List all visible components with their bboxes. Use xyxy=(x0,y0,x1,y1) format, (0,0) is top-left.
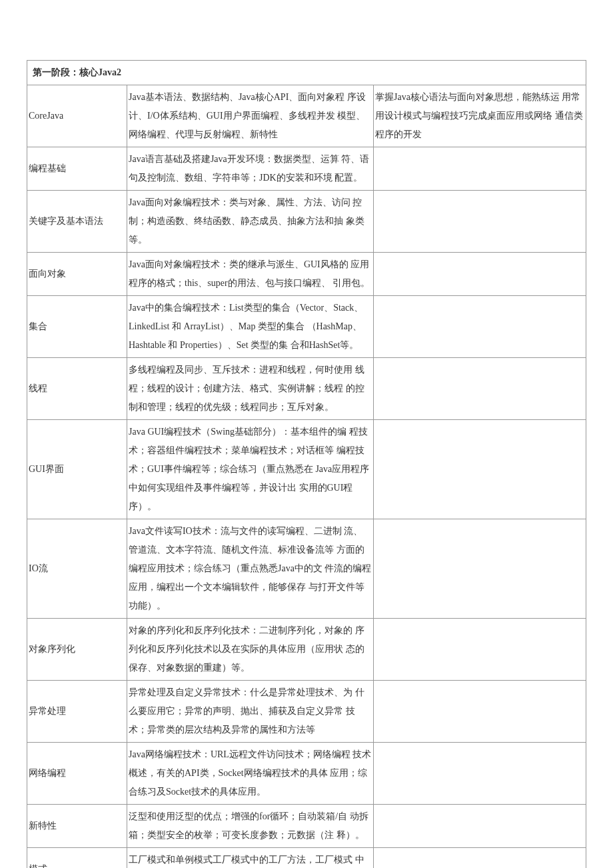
objective-cell xyxy=(374,805,586,848)
topic-cell: 线程 xyxy=(27,358,127,420)
table-row: IO流Java文件读写IO技术：流与文件的读写编程、二进制 流、管道流、文本字符… xyxy=(27,519,586,619)
content-cell: Java语言基础及搭建Java开发环境：数据类型、运算 符、语句及控制流、数组、… xyxy=(127,147,374,191)
table-row: 新特性泛型和使用泛型的优点；增强的for循环；自动装箱/自 动拆箱；类型安全的枚… xyxy=(27,805,586,848)
objective-cell: 掌握Java核心语法与面向对象思想，能熟练运 用常用设计模式与编程技巧完成桌面应… xyxy=(374,85,586,147)
table-header-row: 第一阶段：核心Java2 xyxy=(27,61,586,85)
content-cell: Java文件读写IO技术：流与文件的读写编程、二进制 流、管道流、文本字符流、随… xyxy=(127,519,374,619)
table-row: 异常处理异常处理及自定义异常技术：什么是异常处理技术、为 什么要应用它；异常的声… xyxy=(27,681,586,743)
objective-cell xyxy=(374,743,586,805)
content-cell: Java面向对象编程技术：类与对象、属性、方法、访问 控制；构造函数、终结函数、… xyxy=(127,191,374,253)
objective-cell xyxy=(374,296,586,358)
objective-cell xyxy=(374,848,586,869)
topic-cell: 异常处理 xyxy=(27,681,127,743)
table-row: 面向对象Java面向对象编程技术：类的继承与派生、GUI风格的 应用程序的格式；… xyxy=(27,253,586,296)
topic-cell: 集合 xyxy=(27,296,127,358)
content-cell: Java中的集合编程技术：List类型的集合（Vector、Stack、Link… xyxy=(127,296,374,358)
objective-cell xyxy=(374,147,586,191)
content-cell: 工厂模式和单例模式工厂模式中的工厂方法，工厂模式 中的抽象工厂，工厂模式的主要的… xyxy=(127,848,374,869)
table-row: CoreJavaJava基本语法、数据结构、Java核心API、面向对象程 序设… xyxy=(27,85,586,147)
topic-cell: 关键字及基本语法 xyxy=(27,191,127,253)
content-cell: Java GUI编程技术（Swing基础部分）：基本组件的编 程技术；容器组件编… xyxy=(127,420,374,519)
content-cell: 异常处理及自定义异常技术：什么是异常处理技术、为 什么要应用它；异常的声明、抛出… xyxy=(127,681,374,743)
topic-cell: CoreJava xyxy=(27,85,127,147)
table-row: 网络编程Java网络编程技术：URL远程文件访问技术；网络编程 技术概述，有关的… xyxy=(27,743,586,805)
table-row: GUI界面Java GUI编程技术（Swing基础部分）：基本组件的编 程技术；… xyxy=(27,420,586,519)
objective-cell xyxy=(374,191,586,253)
table-row: 编程基础Java语言基础及搭建Java开发环境：数据类型、运算 符、语句及控制流… xyxy=(27,147,586,191)
topic-cell: 编程基础 xyxy=(27,147,127,191)
table-row: 对象序列化对象的序列化和反序列化技术：二进制序列化，对象的 序列化和反序列化技术… xyxy=(27,619,586,681)
topic-cell: IO流 xyxy=(27,519,127,619)
objective-cell xyxy=(374,420,586,519)
objective-cell xyxy=(374,619,586,681)
content-cell: Java网络编程技术：URL远程文件访问技术；网络编程 技术概述，有关的API类… xyxy=(127,743,374,805)
content-cell: 泛型和使用泛型的优点；增强的for循环；自动装箱/自 动拆箱；类型安全的枚举；可… xyxy=(127,805,374,848)
objective-cell xyxy=(374,681,586,743)
content-cell: 多线程编程及同步、互斥技术：进程和线程，何时使用 线程；线程的设计；创建方法、格… xyxy=(127,358,374,420)
topic-cell: 模式 xyxy=(27,848,127,869)
topic-cell: GUI界面 xyxy=(27,420,127,519)
topic-cell: 新特性 xyxy=(27,805,127,848)
topic-cell: 网络编程 xyxy=(27,743,127,805)
objective-cell xyxy=(374,358,586,420)
content-cell: Java面向对象编程技术：类的继承与派生、GUI风格的 应用程序的格式；this… xyxy=(127,253,374,296)
objective-cell xyxy=(374,519,586,619)
table-row: 关键字及基本语法Java面向对象编程技术：类与对象、属性、方法、访问 控制；构造… xyxy=(27,191,586,253)
content-cell: Java基本语法、数据结构、Java核心API、面向对象程 序设计、I/O体系结… xyxy=(127,85,374,147)
curriculum-table: 第一阶段：核心Java2 CoreJavaJava基本语法、数据结构、Java核… xyxy=(27,60,586,868)
objective-cell xyxy=(374,253,586,296)
topic-cell: 面向对象 xyxy=(27,253,127,296)
table-row: 线程多线程编程及同步、互斥技术：进程和线程，何时使用 线程；线程的设计；创建方法… xyxy=(27,358,586,420)
table-row: 集合Java中的集合编程技术：List类型的集合（Vector、Stack、Li… xyxy=(27,296,586,358)
topic-cell: 对象序列化 xyxy=(27,619,127,681)
table-row: 模式工厂模式和单例模式工厂模式中的工厂方法，工厂模式 中的抽象工厂，工厂模式的主… xyxy=(27,848,586,869)
content-cell: 对象的序列化和反序列化技术：二进制序列化，对象的 序列化和反序列化技术以及在实际… xyxy=(127,619,374,681)
stage-header: 第一阶段：核心Java2 xyxy=(27,61,586,85)
